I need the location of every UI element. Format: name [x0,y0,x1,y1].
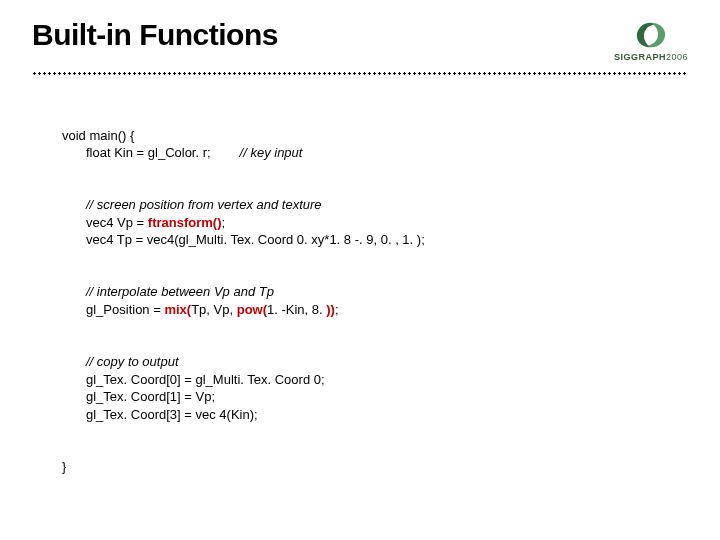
code-text: vec4 Vp = [86,215,148,230]
dotted-divider [32,72,688,75]
code-line: gl_Tex. Coord[0] = gl_Multi. Tex. Coord … [62,371,325,389]
logo-text: SIGGRAPH2006 [614,52,688,62]
code-line: float Kin = gl_Color. r; // key input [62,144,302,162]
code-text: gl_Position = [86,302,164,317]
code-text: float Kin = gl_Color. r; [86,145,211,160]
code-para-4: // copy to output gl_Tex. Coord[0] = gl_… [62,353,688,423]
swirl-icon [633,20,669,50]
code-text: 1. -Kin, 8. [267,302,326,317]
code-fn: ftransform() [148,215,222,230]
code-fn: mix( [164,302,191,317]
code-fn: )) [326,302,335,317]
code-comment: // copy to output [62,353,179,371]
title-row: Built-in Functions SIGGRAPH2006 [32,18,688,62]
siggraph-logo: SIGGRAPH2006 [614,20,688,62]
code-line: gl_Tex. Coord[3] = vec 4(Kin); [62,406,258,424]
code-comment: // interpolate between Vp and Tp [62,283,274,301]
code-fn: pow( [237,302,267,317]
code-line: gl_Tex. Coord[1] = Vp; [62,388,215,406]
code-para-2: // screen position from vertex and textu… [62,196,688,249]
logo-text-bold: SIGGRAPH [614,52,666,62]
code-line: vec4 Vp = ftransform(); [62,214,225,232]
code-comment: // screen position from vertex and textu… [62,196,322,214]
code-block: void main() { float Kin = gl_Color. r; /… [32,109,688,493]
code-text: ; [335,302,339,317]
code-line: void main() { [62,128,134,143]
code-text: ; [221,215,225,230]
code-para-1: void main() { float Kin = gl_Color. r; /… [62,127,688,162]
code-line: } [62,459,66,474]
slide: Built-in Functions SIGGRAPH2006 void mai… [0,0,720,540]
code-para-3: // interpolate between Vp and Tp gl_Posi… [62,283,688,318]
slide-title: Built-in Functions [32,18,278,52]
code-line: vec4 Tp = vec4(gl_Multi. Tex. Coord 0. x… [62,231,425,249]
code-text: Tp, Vp, [191,302,237,317]
code-comment: // key input [240,145,303,160]
code-line: gl_Position = mix(Tp, Vp, pow(1. -Kin, 8… [62,301,339,319]
logo-text-year: 2006 [666,52,688,62]
